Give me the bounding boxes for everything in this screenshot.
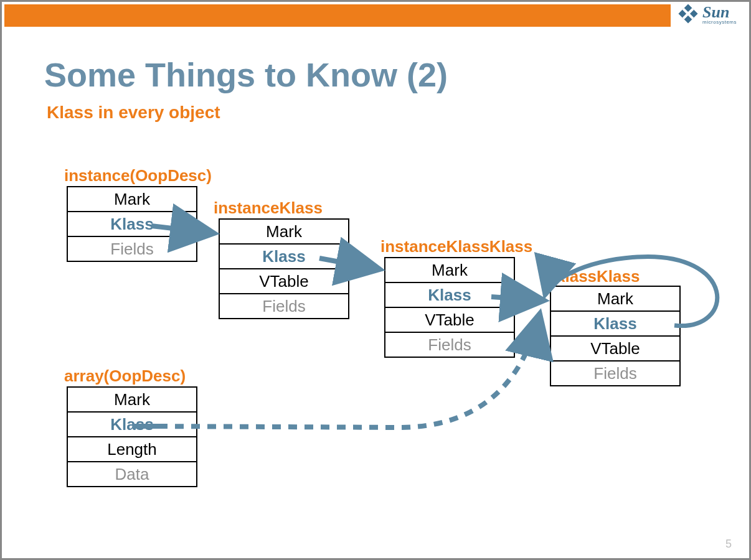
sun-logo: Sun microsystems xyxy=(678,3,737,27)
label-klass-klass: klassKlass xyxy=(556,267,640,286)
cell-vtable: VTable xyxy=(550,336,680,361)
header-orange-bar xyxy=(4,4,671,27)
cell-klass: Klass xyxy=(219,244,349,269)
cell-klass: Klass xyxy=(550,311,680,336)
cell-vtable: VTable xyxy=(385,307,514,332)
box-instance-klass: Mark Klass VTable Fields xyxy=(219,218,349,319)
cell-klass: Klass xyxy=(385,282,514,307)
cell-fields: Fields xyxy=(550,361,680,386)
cell-length: Length xyxy=(67,437,197,462)
sun-logo-label: Sun xyxy=(702,5,729,19)
cell-mark: Mark xyxy=(385,258,514,282)
label-instance-klass-klass: instanceKlassKlass xyxy=(380,237,532,256)
cell-fields: Fields xyxy=(67,236,197,261)
page-number: 5 xyxy=(725,538,732,551)
cell-mark: Mark xyxy=(219,219,349,244)
box-klass-klass: Mark Klass VTable Fields xyxy=(550,286,681,386)
page-title: Some Things to Know (2) xyxy=(44,55,448,94)
cell-klass: Klass xyxy=(67,412,197,437)
cell-mark: Mark xyxy=(67,387,197,412)
box-array-oop: Mark Klass Length Data xyxy=(67,386,197,487)
label-instance-oop: instance(OopDesc) xyxy=(64,166,212,185)
label-array-oop: array(OopDesc) xyxy=(64,366,186,386)
sun-logo-icon xyxy=(678,3,699,27)
cell-data: Data xyxy=(67,462,197,487)
cell-klass: Klass xyxy=(67,212,197,236)
box-instance-oop: Mark Klass Fields xyxy=(67,186,197,262)
cell-vtable: VTable xyxy=(219,269,349,294)
box-instance-klass-klass: Mark Klass VTable Fields xyxy=(384,257,515,358)
cell-mark: Mark xyxy=(550,286,680,311)
slide: Sun microsystems Some Things to Know (2)… xyxy=(0,0,751,560)
cell-fields: Fields xyxy=(385,332,514,357)
cell-mark: Mark xyxy=(67,187,197,212)
sun-logo-sublabel: microsystems xyxy=(702,19,737,25)
page-subtitle: Klass in every object xyxy=(47,103,220,123)
label-instance-klass: instanceKlass xyxy=(214,198,323,218)
cell-fields: Fields xyxy=(219,294,349,319)
